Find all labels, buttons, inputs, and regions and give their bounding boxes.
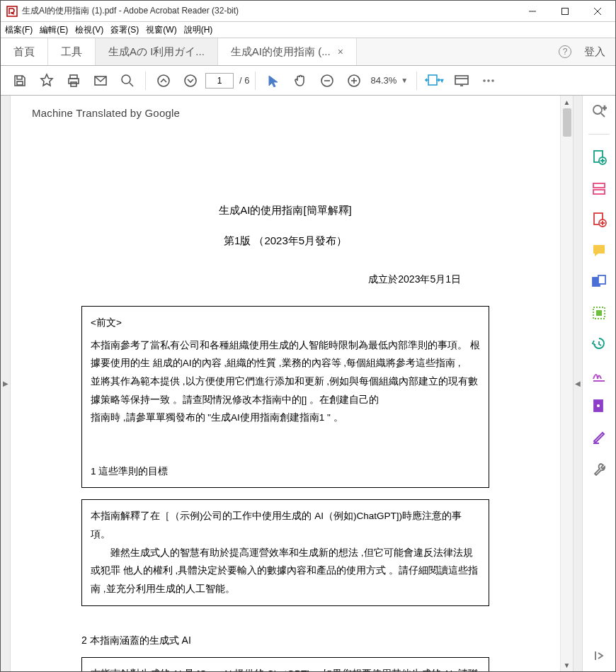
page-number-input[interactable]: [205, 73, 234, 89]
menu-window[interactable]: 視窗(W): [146, 24, 176, 36]
svg-rect-36: [598, 275, 605, 284]
combine-icon[interactable]: [591, 273, 608, 290]
doc-version: 第1版 （2023年5月發布）: [32, 234, 539, 248]
svg-point-25: [491, 79, 494, 82]
svg-rect-8: [71, 82, 76, 86]
tab-doc-1[interactable]: 生成Aの I利用ガイ...: [96, 38, 218, 65]
close-tab-icon[interactable]: ×: [338, 46, 343, 57]
compress-icon[interactable]: [591, 336, 608, 353]
document-view[interactable]: Machine Translated by Google 生成AI的使用指南[簡…: [11, 96, 560, 671]
email-icon[interactable]: [89, 69, 113, 93]
window-title: 生成AI的使用指南 (1).pdf - Adobe Acrobat Reader…: [22, 5, 516, 17]
svg-rect-2: [562, 8, 569, 14]
svg-text:+: +: [603, 104, 607, 112]
maximize-button[interactable]: [549, 1, 581, 22]
section-2-box: 本指南針對生成的 AI 是 [OpenAI 提供的 ChatGPT] 。如果您想…: [81, 657, 489, 671]
scroll-down-icon[interactable]: ▼: [561, 659, 573, 671]
svg-rect-0: [7, 6, 17, 16]
menu-bar: 檔案(F) 編輯(E) 檢視(V) 簽署(S) 視窗(W) 說明(H): [1, 22, 615, 38]
zoom-dropdown-icon[interactable]: ▼: [401, 76, 408, 84]
doc-title: 生成AI的使用指南[簡單解釋]: [32, 204, 539, 217]
star-icon[interactable]: [35, 69, 59, 93]
tab-home[interactable]: 首頁: [1, 38, 48, 65]
preface-heading: <前文>: [91, 314, 480, 332]
sign-icon[interactable]: [591, 367, 608, 384]
comment-icon[interactable]: [591, 242, 608, 259]
preface-box: <前文> 本指南參考了當私有公司和各種組織使用生成的人智能時限制為最低內部準則的…: [81, 306, 489, 488]
page-total: / 6: [239, 75, 249, 86]
section-1-box: 本指南解釋了在［（示例)公司的工作中使用生成的 AI（例如)ChatGPT])時…: [81, 499, 489, 605]
doc-date: 成立於2023年5月1日: [32, 273, 539, 286]
organize-icon[interactable]: [591, 304, 608, 321]
svg-point-12: [158, 75, 169, 86]
svg-point-13: [185, 75, 196, 86]
mt-banner: Machine Translated by Google: [32, 107, 539, 119]
help-icon[interactable]: ?: [559, 45, 571, 58]
protect-icon[interactable]: [591, 398, 608, 415]
section-2-heading: 2 本指南涵蓋的生成式 AI: [81, 634, 489, 647]
expand-panel-icon[interactable]: [591, 647, 608, 664]
read-mode-icon[interactable]: [450, 69, 474, 93]
zoom-value: 84.3%: [370, 75, 397, 86]
create-pdf-icon[interactable]: [591, 211, 608, 228]
svg-rect-20: [455, 76, 468, 84]
close-button[interactable]: [581, 1, 614, 22]
tools-sidebar: +: [583, 96, 615, 671]
more-tools-sidebar-icon[interactable]: [591, 460, 608, 477]
page-down-icon[interactable]: [178, 69, 203, 93]
menu-file[interactable]: 檔案(F): [5, 24, 33, 36]
scroll-thumb[interactable]: [563, 108, 571, 137]
svg-rect-38: [596, 310, 602, 316]
signin-button[interactable]: 登入: [584, 45, 605, 59]
toolbar: / 6 84.3% ▼ ▼: [1, 66, 615, 96]
save-icon[interactable]: [8, 69, 32, 93]
tab-tools[interactable]: 工具: [48, 38, 96, 65]
app-logo-icon: [6, 6, 18, 17]
svg-line-27: [601, 113, 605, 117]
chevron-left-icon: ◀: [575, 380, 581, 387]
chevron-right-icon: ▶: [3, 380, 8, 387]
vertical-scrollbar[interactable]: ▲ ▼: [560, 96, 573, 671]
menu-sign[interactable]: 簽署(S): [110, 24, 139, 36]
menu-edit[interactable]: 編輯(E): [40, 24, 68, 36]
menu-help[interactable]: 說明(H): [184, 24, 213, 36]
svg-point-26: [593, 106, 602, 114]
more-tools-icon[interactable]: [477, 69, 501, 93]
fit-width-icon[interactable]: ▼: [423, 69, 447, 93]
print-icon[interactable]: [62, 69, 86, 93]
pointer-icon[interactable]: [261, 69, 285, 93]
search-icon[interactable]: [115, 69, 139, 93]
right-panel-toggle[interactable]: ◀: [573, 96, 583, 671]
svg-rect-5: [17, 81, 23, 85]
hand-icon[interactable]: [288, 69, 312, 93]
left-panel-toggle[interactable]: ▶: [1, 96, 11, 671]
svg-rect-19: [428, 75, 437, 85]
section-1-heading: 1 這些準則的目標: [91, 462, 480, 481]
tab-doc-2[interactable]: 生成AI的使用指南 (... ×: [218, 38, 357, 65]
svg-point-23: [483, 79, 486, 82]
svg-point-10: [122, 75, 130, 84]
export-pdf-icon[interactable]: [591, 149, 608, 166]
scroll-up-icon[interactable]: ▲: [561, 96, 573, 108]
preface-body: 本指南參考了當私有公司和各種組織使用生成的人智能時限制為最低內部準則的事項。 根…: [91, 336, 480, 427]
zoom-out-icon[interactable]: [315, 69, 339, 93]
search-tool-icon[interactable]: +: [591, 103, 608, 120]
svg-rect-31: [593, 183, 605, 188]
zoom-in-icon[interactable]: [342, 69, 366, 93]
svg-rect-32: [593, 190, 605, 194]
menu-view[interactable]: 檢視(V): [75, 24, 103, 36]
svg-line-11: [130, 83, 133, 86]
page-up-icon[interactable]: [152, 69, 176, 93]
minimize-button[interactable]: [516, 1, 549, 22]
svg-point-24: [487, 79, 490, 82]
svg-point-40: [596, 404, 600, 408]
fill-sign-icon[interactable]: [591, 429, 608, 446]
edit-pdf-icon[interactable]: [591, 180, 608, 197]
svg-rect-7: [69, 79, 79, 84]
